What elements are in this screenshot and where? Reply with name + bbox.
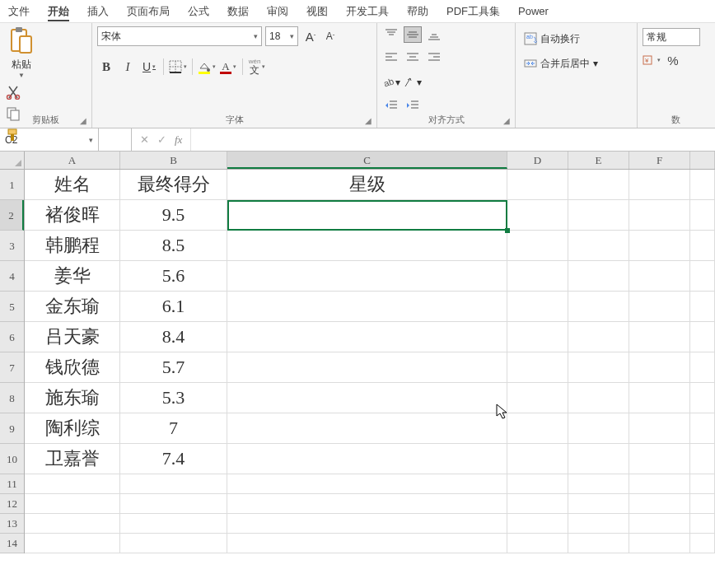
italic-button[interactable]: I — [119, 58, 137, 76]
cell[interactable]: 7 — [120, 413, 227, 444]
cell[interactable] — [690, 200, 715, 231]
cell[interactable] — [629, 534, 690, 553]
menu-tab-help[interactable]: 帮助 — [405, 1, 430, 22]
menu-tab-view[interactable]: 视图 — [305, 1, 329, 22]
menu-tab-layout[interactable]: 页面布局 — [125, 1, 171, 22]
cell[interactable] — [568, 534, 629, 553]
menu-tab-insert[interactable]: 插入 — [86, 1, 110, 22]
select-all-corner[interactable] — [0, 152, 25, 169]
menu-tab-developer[interactable]: 开发工具 — [344, 1, 390, 22]
cell[interactable] — [690, 383, 715, 413]
cell[interactable] — [568, 514, 629, 534]
cell[interactable] — [120, 474, 227, 494]
cell[interactable]: 施东瑜 — [25, 383, 120, 413]
menu-tab-formulas[interactable]: 公式 — [186, 1, 211, 22]
cell[interactable] — [629, 444, 690, 474]
cell[interactable] — [227, 261, 507, 292]
align-center-button[interactable] — [404, 49, 422, 66]
row-header-8[interactable]: 8 — [0, 383, 24, 413]
cell[interactable] — [690, 231, 715, 261]
cell[interactable]: 5.7 — [120, 352, 227, 383]
cell[interactable] — [629, 261, 690, 292]
phonetic-guide-button[interactable]: wén文▾ — [248, 58, 266, 76]
orientation-diag-button[interactable]: ▾ — [404, 74, 422, 91]
column-header-E[interactable]: E — [568, 152, 629, 169]
cell[interactable]: 卫嘉誉 — [25, 444, 120, 474]
cell[interactable] — [507, 444, 568, 474]
decrease-font-button[interactable]: Aˇ — [321, 27, 339, 45]
bold-button[interactable]: B — [97, 58, 115, 76]
cell[interactable] — [507, 413, 568, 444]
cell[interactable]: 5.3 — [120, 383, 227, 413]
font-size-dropdown[interactable]: 18 ▾ — [265, 26, 298, 46]
accounting-format-button[interactable]: ¥▾ — [643, 51, 661, 69]
row-header-2[interactable]: 2 — [0, 200, 24, 231]
cell[interactable] — [629, 494, 690, 514]
cell[interactable]: 6.1 — [120, 292, 227, 322]
cell[interactable] — [25, 514, 120, 534]
cell[interactable]: 陶利综 — [25, 413, 120, 444]
cell[interactable] — [690, 534, 715, 553]
cell[interactable]: 吕天豪 — [25, 322, 120, 352]
cell[interactable] — [629, 292, 690, 322]
cell[interactable] — [568, 322, 629, 352]
cell[interactable] — [629, 231, 690, 261]
merge-center-button[interactable]: 合并后居中 ▾ — [521, 54, 632, 72]
row-header-13[interactable]: 13 — [0, 514, 24, 534]
row-header-4[interactable]: 4 — [0, 261, 24, 292]
underline-button[interactable]: U▾ — [140, 58, 158, 76]
confirm-formula-button[interactable]: ✓ — [157, 133, 166, 146]
menu-tab-power[interactable]: Power — [516, 2, 550, 21]
cell[interactable] — [507, 292, 568, 322]
cell[interactable] — [690, 494, 715, 514]
column-header-B[interactable]: B — [120, 152, 227, 169]
menu-tab-data[interactable]: 数据 — [226, 1, 250, 22]
borders-button[interactable]: ▾ — [169, 58, 187, 76]
cell-D1[interactable] — [507, 170, 568, 200]
cut-button[interactable] — [5, 84, 21, 100]
dialog-launcher-icon[interactable]: ◢ — [363, 115, 373, 125]
cell[interactable] — [568, 352, 629, 383]
cell[interactable] — [568, 444, 629, 474]
cell[interactable] — [568, 231, 629, 261]
cell[interactable] — [507, 261, 568, 292]
cell[interactable]: 钱欣德 — [25, 352, 120, 383]
cell[interactable] — [507, 474, 568, 494]
cell[interactable]: 9.5 — [120, 200, 227, 231]
cell[interactable] — [507, 352, 568, 383]
cell[interactable] — [227, 534, 507, 553]
align-top-button[interactable] — [382, 26, 400, 43]
decrease-indent-button[interactable] — [382, 97, 400, 114]
formula-input[interactable] — [191, 128, 715, 151]
cell[interactable]: 7.4 — [120, 444, 227, 474]
cell-B1[interactable]: 最终得分 — [120, 170, 227, 200]
cell[interactable] — [690, 292, 715, 322]
font-name-dropdown[interactable]: 宋体 ▾ — [97, 26, 262, 46]
cell-E1[interactable] — [568, 170, 629, 200]
row-header-6[interactable]: 6 — [0, 322, 24, 352]
dialog-launcher-icon[interactable]: ◢ — [78, 115, 88, 125]
cell[interactable] — [227, 494, 507, 514]
menu-tab-pdf[interactable]: PDF工具集 — [445, 1, 502, 22]
cell[interactable] — [629, 200, 690, 231]
cell-C2[interactable] — [227, 200, 507, 231]
menu-tab-review[interactable]: 审阅 — [265, 1, 290, 22]
paste-button[interactable]: 粘贴 ▼ — [5, 26, 38, 79]
wrap-text-button[interactable]: ab 自动换行 — [521, 30, 632, 48]
cell[interactable] — [120, 494, 227, 514]
column-header-A[interactable]: A — [25, 152, 120, 169]
cell[interactable]: 8.5 — [120, 231, 227, 261]
cell[interactable] — [227, 383, 507, 413]
cells-area[interactable]: 姓名 最终得分 星级 褚俊晖 9.5 韩鹏程 8.5 姜华 — [25, 170, 715, 553]
percent-button[interactable]: % — [664, 51, 682, 69]
cell[interactable] — [568, 200, 629, 231]
number-format-dropdown[interactable]: 常规 — [643, 28, 700, 46]
cell-G1[interactable] — [690, 170, 715, 200]
cell[interactable] — [120, 514, 227, 534]
cell[interactable] — [629, 383, 690, 413]
cell[interactable]: 褚俊晖 — [25, 200, 120, 231]
dialog-launcher-icon[interactable]: ◢ — [502, 115, 512, 125]
cell-F1[interactable] — [629, 170, 690, 200]
cell[interactable] — [507, 200, 568, 231]
cell[interactable] — [568, 261, 629, 292]
